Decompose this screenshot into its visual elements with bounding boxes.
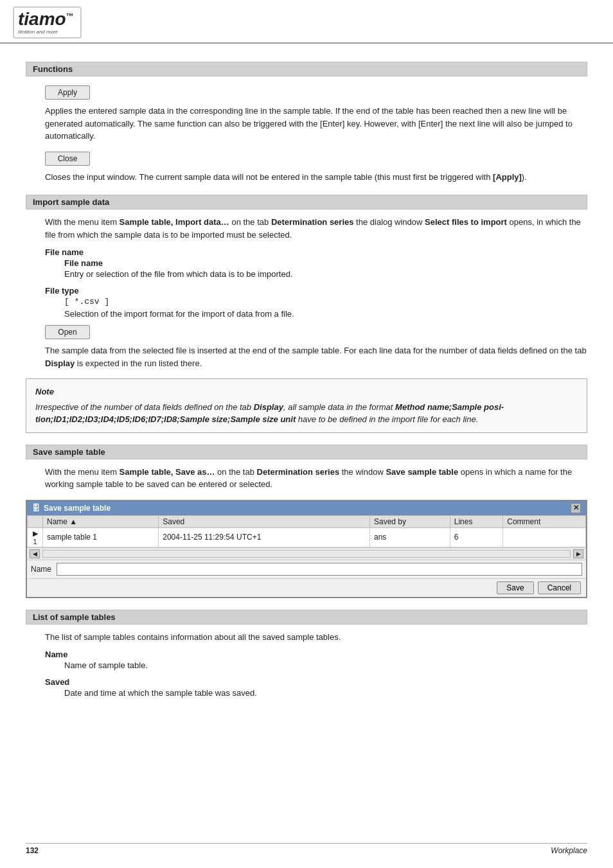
import-dialog-name: Select files to import bbox=[425, 217, 507, 227]
list-saved-desc: Date and time at which the sample table … bbox=[64, 687, 587, 700]
file-name-sublabel: File name bbox=[64, 258, 587, 268]
dialog-title-left: 🗄 Save sample table bbox=[32, 504, 111, 513]
open-desc-bold: Display bbox=[45, 359, 75, 368]
save-dialog: 🗄 Save sample table ✕ Name ▲ Saved Saved… bbox=[26, 500, 587, 598]
import-menu-item: Sample table, Import data… bbox=[120, 217, 229, 227]
dialog-title-text: Save sample table bbox=[44, 504, 111, 513]
close-button[interactable]: Close bbox=[45, 152, 90, 166]
open-button-row: Open bbox=[45, 323, 587, 342]
logo-text: tiamo bbox=[18, 9, 66, 29]
save-intro: With the menu item Sample table, Save as… bbox=[45, 466, 587, 491]
save-section-header: Save sample table bbox=[26, 445, 587, 459]
main-content: Functions Apply Applies the entered samp… bbox=[0, 44, 613, 721]
list-name-label: Name bbox=[45, 650, 587, 659]
note-text2: , all sample data in the format bbox=[283, 402, 395, 412]
file-type-value: [ *.csv ] bbox=[64, 297, 587, 306]
logo-tiamo: tiamo™ bbox=[18, 10, 74, 28]
row-indicator: ▶ 1 bbox=[28, 527, 43, 547]
scroll-row: ◀ ▶ bbox=[27, 547, 586, 560]
file-name-label: File name bbox=[45, 247, 587, 257]
page-footer: 132 Workplace bbox=[26, 843, 587, 855]
list-saved-label: Saved bbox=[45, 677, 587, 687]
note-box: Note Irrespective of the number of data … bbox=[26, 378, 587, 433]
cancel-button[interactable]: Cancel bbox=[538, 581, 581, 594]
cell-saved-by: ans bbox=[369, 527, 450, 547]
col-indicator bbox=[28, 515, 43, 527]
dialog-close-button[interactable]: ✕ bbox=[571, 503, 581, 513]
apply-desc: Applies the entered sample data in the c… bbox=[45, 105, 587, 143]
name-row: Name bbox=[27, 560, 586, 578]
save-button[interactable]: Save bbox=[497, 581, 533, 594]
logo-tm: ™ bbox=[66, 12, 74, 21]
save-table: Name ▲ Saved Saved by Lines Comment ▶ 1 … bbox=[27, 515, 586, 547]
note-content: Irrespective of the number of data field… bbox=[35, 401, 578, 426]
save-menu-item: Sample table, Save as… bbox=[120, 467, 215, 477]
note-text1: Irrespective of the number of data field… bbox=[35, 402, 254, 412]
col-saved-by[interactable]: Saved by bbox=[369, 515, 450, 527]
dialog-titlebar: 🗄 Save sample table ✕ bbox=[27, 501, 586, 515]
note-bold3: tion;ID1;ID2;ID3;ID4;ID5;ID6;ID7;ID8;Sam… bbox=[35, 414, 296, 424]
list-section-header: List of sample tables bbox=[26, 610, 587, 624]
close-desc: Closes the input window. The current sam… bbox=[45, 171, 587, 184]
name-label: Name bbox=[31, 565, 51, 574]
note-bold2: Method name;Sample posi- bbox=[395, 402, 504, 412]
page-header: tiamo™ titration and more bbox=[0, 0, 613, 44]
file-type-label: File type bbox=[45, 286, 587, 296]
open-button[interactable]: Open bbox=[45, 325, 90, 339]
list-intro: The list of sample tables contains infor… bbox=[45, 631, 587, 644]
note-title: Note bbox=[35, 385, 578, 398]
note-text4: have to be defined in the import file fo… bbox=[296, 414, 478, 424]
section-name: Workplace bbox=[551, 846, 587, 855]
save-tab-name: Determination series bbox=[257, 467, 340, 477]
import-tab-name: Determination series bbox=[271, 217, 354, 227]
logo-box: tiamo™ titration and more bbox=[13, 6, 82, 39]
logo-sub: titration and more bbox=[18, 29, 58, 35]
table-row[interactable]: ▶ 1 sample table 1 2004-11-25 11:29:54 U… bbox=[28, 527, 586, 547]
close-desc-text1: Closes the input window. The current sam… bbox=[45, 172, 493, 182]
file-name-desc: Entry or selection of the file from whic… bbox=[64, 268, 587, 281]
col-lines[interactable]: Lines bbox=[450, 515, 503, 527]
col-saved[interactable]: Saved bbox=[159, 515, 370, 527]
list-name-desc: Name of sample table. bbox=[64, 659, 587, 672]
apply-button[interactable]: Apply bbox=[45, 85, 90, 100]
scroll-left-button[interactable]: ◀ bbox=[30, 549, 40, 558]
close-desc-bold: [Apply] bbox=[493, 172, 522, 182]
functions-section-header: Functions bbox=[26, 62, 587, 76]
import-section-header: Import sample data bbox=[26, 195, 587, 209]
import-intro: With the menu item Sample table, Import … bbox=[45, 216, 587, 241]
name-input[interactable] bbox=[57, 563, 582, 576]
scroll-right-button[interactable]: ▶ bbox=[573, 549, 583, 558]
close-desc-text2: ). bbox=[522, 172, 527, 182]
note-bold1: Display bbox=[254, 402, 283, 412]
action-row: Save Cancel bbox=[27, 578, 586, 597]
open-desc: The sample data from the selected file i… bbox=[45, 344, 587, 369]
logo-area: tiamo™ titration and more bbox=[13, 6, 82, 39]
dialog-icon: 🗄 bbox=[32, 504, 40, 513]
page-number: 132 bbox=[26, 846, 39, 855]
col-name[interactable]: Name ▲ bbox=[43, 515, 159, 527]
cell-comment bbox=[503, 527, 586, 547]
table-header-row: Name ▲ Saved Saved by Lines Comment bbox=[28, 515, 586, 527]
cell-lines: 6 bbox=[450, 527, 503, 547]
col-comment[interactable]: Comment bbox=[503, 515, 586, 527]
apply-button-row: Apply bbox=[45, 83, 587, 102]
scroll-track[interactable] bbox=[42, 550, 571, 558]
save-dialog-name: Save sample table bbox=[386, 467, 458, 477]
file-type-desc: Selection of the import format for the i… bbox=[64, 308, 587, 321]
cell-saved: 2004-11-25 11:29:54 UTC+1 bbox=[159, 527, 370, 547]
close-button-row: Close bbox=[45, 149, 587, 168]
cell-name: sample table 1 bbox=[43, 527, 159, 547]
